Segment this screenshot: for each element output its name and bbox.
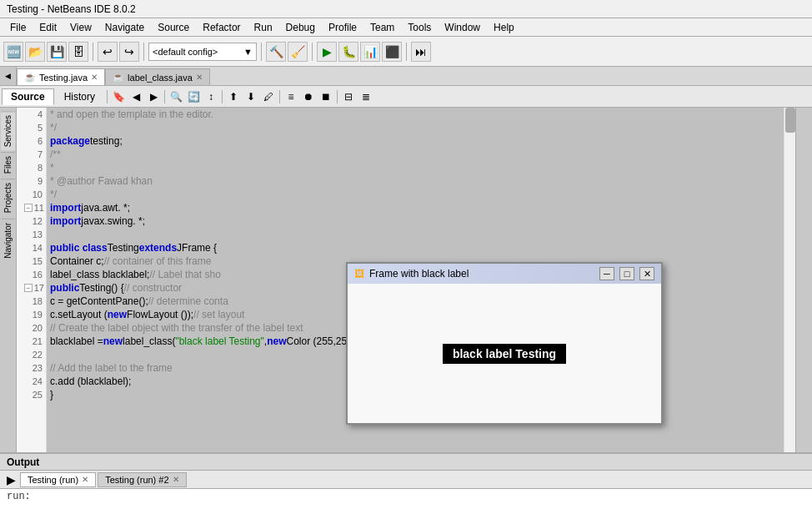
clean-button[interactable]: 🧹 <box>288 42 308 62</box>
prev-bookmark-btn[interactable]: ◀ <box>128 88 144 105</box>
output-tab-run2-close[interactable]: ✕ <box>173 475 179 484</box>
file-tab-testing[interactable]: ☕ Testing.java ✕ <box>17 68 105 85</box>
sidebar-toggle-icon[interactable]: ◀ <box>5 72 11 80</box>
line-13: 13 <box>17 228 46 241</box>
config-dropdown[interactable]: <default config> ▼ <box>148 43 257 61</box>
line-15: 15 <box>17 254 46 268</box>
sep3 <box>261 43 262 61</box>
line-21: 21 <box>17 335 46 348</box>
editor-scrollbar[interactable] <box>784 108 795 452</box>
dialog-maximize-button[interactable]: □ <box>619 267 634 280</box>
output-tabs: ▶ Testing (run) ✕ Testing (run) #2 ✕ <box>0 471 812 489</box>
toolbar: 🆕 📂 💾 🗄 ↩ ↪ <default config> ▼ 🔨 🧹 ▶ 🐛 📊… <box>0 37 812 67</box>
output-tab-run1[interactable]: Testing (run) ✕ <box>20 472 96 487</box>
next-bookmark-btn[interactable]: ▶ <box>145 88 162 105</box>
new-button[interactable]: 🆕 <box>3 42 23 62</box>
redo-button[interactable]: ↪ <box>119 42 139 62</box>
tab-source[interactable]: Source <box>2 88 54 105</box>
stop-button[interactable]: ⬛ <box>382 42 402 62</box>
dialog-minimize-button[interactable]: ─ <box>599 267 614 280</box>
output-tab-run2[interactable]: Testing (run) #2 ✕ <box>98 472 186 487</box>
output-tab-run1-close[interactable]: ✕ <box>82 475 88 484</box>
code-line-6: package testing; <box>50 134 784 148</box>
panel-files[interactable]: Files <box>1 152 15 177</box>
line-17: −17 <box>17 281 46 295</box>
code-line-4: * and open the template in the editor. <box>50 108 784 121</box>
file-tab-labelclass-close[interactable]: ✕ <box>196 73 203 82</box>
code-line-5: */ <box>50 121 784 134</box>
dialog-body: black label Testing <box>348 284 661 423</box>
source-sep5 <box>337 90 338 103</box>
dialog-title-bar[interactable]: 🖼 Frame with black label ─ □ ✕ <box>348 264 661 284</box>
toggle-diff-btn[interactable]: ≡ <box>283 88 299 105</box>
line-23: 23 <box>17 361 46 375</box>
file-tab-labelclass[interactable]: ☕ label_class.java ✕ <box>105 68 210 85</box>
tab-history[interactable]: History <box>55 88 104 105</box>
undo-button[interactable]: ↩ <box>98 42 118 62</box>
step-button[interactable]: ⏭ <box>411 42 431 62</box>
line-16: 16 <box>17 268 46 281</box>
sep2 <box>143 43 144 61</box>
fold-icon-11[interactable]: − <box>24 204 33 212</box>
toggle-columns-btn[interactable]: ⊟ <box>340 88 357 105</box>
dropdown-arrow-icon: ▼ <box>243 47 253 57</box>
file-tab-labelclass-label: label_class.java <box>128 73 193 83</box>
sep1 <box>93 43 93 61</box>
open-button[interactable]: 📂 <box>25 42 45 62</box>
next-occurrence-btn[interactable]: ⬇ <box>243 88 259 105</box>
code-line-14: public class Testing extends JFrame { <box>50 241 784 254</box>
toggle-lines-btn[interactable]: ≣ <box>358 88 374 105</box>
menu-edit[interactable]: Edit <box>33 20 63 35</box>
menu-source[interactable]: Source <box>151 20 196 35</box>
file-tab-testing-close[interactable]: ✕ <box>91 73 98 82</box>
code-line-11: import java.awt. *; <box>50 201 784 214</box>
title-bar: Testing - NetBeans IDE 8.0.2 <box>0 0 812 18</box>
play-macro-btn[interactable]: ⏹ <box>318 88 334 105</box>
output-content: run: <box>0 489 812 509</box>
menu-team[interactable]: Team <box>363 20 401 35</box>
line-14: 14 <box>17 241 46 254</box>
menu-debug[interactable]: Debug <box>279 20 322 35</box>
toggle-search-btn[interactable]: ↕ <box>203 88 219 105</box>
profile-button[interactable]: 📊 <box>360 42 380 62</box>
record-macro-btn[interactable]: ⏺ <box>300 88 317 105</box>
line-22: 22 <box>17 348 46 361</box>
prev-occurrence-btn[interactable]: ⬆ <box>225 88 242 105</box>
output-run-icon[interactable]: ▶ <box>3 472 18 487</box>
sep5 <box>406 43 407 61</box>
menu-navigate[interactable]: Navigate <box>98 20 151 35</box>
fold-icon-17[interactable]: − <box>24 284 33 292</box>
line-9: 9 <box>17 174 46 188</box>
save-all-button[interactable]: 🗄 <box>68 42 88 62</box>
float-dialog[interactable]: 🖼 Frame with black label ─ □ ✕ black lab… <box>346 262 663 425</box>
panel-projects[interactable]: Projects <box>1 179 15 216</box>
save-button[interactable]: 💾 <box>47 42 67 62</box>
menu-tools[interactable]: Tools <box>401 20 438 35</box>
code-line-9: * @author Fawad khan <box>50 174 784 188</box>
file-tabs: ☕ Testing.java ✕ ☕ label_class.java ✕ <box>17 67 812 85</box>
menu-bar: File Edit View Navigate Source Refactor … <box>0 18 812 37</box>
menu-help[interactable]: Help <box>487 20 521 35</box>
replace-btn[interactable]: 🔄 <box>185 88 202 105</box>
menu-window[interactable]: Window <box>438 20 487 35</box>
source-tabs: Source History 🔖 ◀ ▶ 🔍 🔄 ↕ ⬆ ⬇ 🖊 ≡ ⏺ ⏹ ⊟… <box>0 86 812 108</box>
menu-profile[interactable]: Profile <box>322 20 363 35</box>
menu-run[interactable]: Run <box>248 20 279 35</box>
dialog-close-button[interactable]: ✕ <box>639 267 654 280</box>
toggle-bookmarks-btn[interactable]: 🔖 <box>110 88 127 105</box>
run-button[interactable]: ▶ <box>317 42 337 62</box>
line-25: 25 <box>17 388 46 401</box>
build-button[interactable]: 🔨 <box>266 42 286 62</box>
panel-services[interactable]: Services <box>1 111 15 150</box>
code-line-8: * <box>50 161 784 174</box>
scrollbar-thumb[interactable] <box>785 108 795 133</box>
menu-refactor[interactable]: Refactor <box>196 20 247 35</box>
debug-button[interactable]: 🐛 <box>338 42 358 62</box>
toggle-highlight-btn[interactable]: 🖊 <box>260 88 277 105</box>
line-5: 5 <box>17 121 46 134</box>
dialog-icon: 🖼 <box>354 268 364 280</box>
menu-file[interactable]: File <box>3 20 33 35</box>
search-btn[interactable]: 🔍 <box>168 88 184 105</box>
panel-navigator[interactable]: Navigator <box>1 219 15 262</box>
menu-view[interactable]: View <box>63 20 98 35</box>
